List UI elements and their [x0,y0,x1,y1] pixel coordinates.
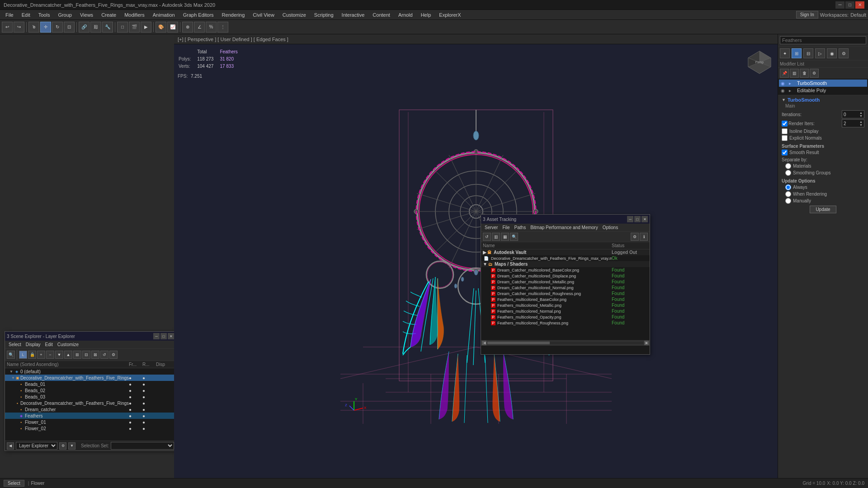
at-body[interactable]: ▶ 🏛 Autodesk Vault Logged Out 📄 Decorati… [481,249,650,340]
nav-cube[interactable]: Persp [746,49,773,76]
menu-content[interactable]: Content [369,11,394,19]
at-group-vault[interactable]: ▶ 🏛 Autodesk Vault Logged Out [481,249,650,255]
editable-poly-modifier[interactable]: ◉ ▸ Editable Poly [779,87,867,94]
show-all-button[interactable]: ▥ [790,69,799,78]
exp-highlight-sel[interactable]: ⊞ [73,351,81,359]
at-row-max-file[interactable]: 📄 Decorative_Dreamcatcher_with_Feathers_… [481,255,650,261]
materials-radio[interactable] [785,163,791,169]
exp-del-layer-button[interactable]: − [46,351,54,359]
manually-radio[interactable] [785,198,791,204]
explicit-normals-checkbox[interactable] [782,135,788,141]
delete-modifier-button[interactable]: 🗑 [800,69,809,78]
select-move-button[interactable]: ✛ [40,22,51,33]
render-button[interactable]: ▶ [141,22,151,33]
iterations-spinner[interactable]: ▲ ▼ [859,111,863,117]
at-collapse-button[interactable]: ▦ [501,233,509,241]
curve-editor-button[interactable]: 📈 [167,22,178,33]
utilities-panel-button[interactable]: ⚙ [839,48,849,58]
always-radio[interactable] [785,184,791,190]
at-row-feather-metallic[interactable]: P Feathers_multicolored_Metallic.png Fou… [481,302,650,308]
at-find-button[interactable]: 🔍 [510,233,518,241]
when-rendering-radio[interactable] [785,191,791,197]
menu-animation[interactable]: Animation [149,11,179,19]
exp-options-button[interactable]: ⚙ [109,351,118,359]
link-button[interactable]: 🔗 [79,22,90,33]
expand-icon[interactable]: ▼ [9,370,13,374]
tree-item-beads02[interactable]: ▪ Beads_02 ● ● [5,387,176,394]
at-search-input[interactable] [481,346,650,354]
isoline-display-checkbox[interactable] [782,128,788,134]
scroll-left-button[interactable]: ◀ [7,442,14,450]
scene-explorer-minimize[interactable]: ─ [153,333,160,339]
at-menu-paths[interactable]: Paths [513,225,528,230]
undo-button[interactable]: ↩ [2,22,13,33]
motion-panel-button[interactable]: ▷ [815,48,825,58]
asset-tracking-minimize[interactable]: ─ [627,216,633,222]
smooth-result-checkbox[interactable] [782,150,788,155]
percent-snap-button[interactable]: % [206,22,217,33]
layer-explorer-select[interactable]: Layer Explorer [16,442,57,450]
maximize-button[interactable]: □ [845,1,854,9]
exp-find-button[interactable]: ⊟ [82,351,90,359]
at-refresh-button[interactable]: ↺ [483,233,491,241]
at-scroll-right[interactable]: ▶ [644,341,649,345]
at-row-normal[interactable]: P Dream_Catcher_multicolored_Normal.png … [481,285,650,291]
exp-refresh-button[interactable]: ↺ [100,351,108,359]
box-mode-button[interactable]: □ [117,22,128,33]
explorer-menu-edit[interactable]: Edit [43,342,55,347]
menu-civil-view[interactable]: Civil View [249,11,278,19]
at-menu-file[interactable]: File [500,225,511,230]
render-setup-button[interactable]: 🎬 [129,22,140,33]
menu-customize[interactable]: Customize [279,11,310,19]
render-iters-checkbox[interactable] [782,121,788,127]
exp-collapse-all[interactable]: ▲ [64,351,72,359]
at-settings-button[interactable]: ⚙ [631,233,639,241]
sign-in-button[interactable]: Sign In [796,11,818,19]
smoothing-groups-radio[interactable] [785,170,791,176]
exp-search-button[interactable]: 🔍 [7,351,15,359]
explorer-menu-customize[interactable]: Customize [56,342,80,347]
object-search-input[interactable] [780,36,866,44]
scale-button[interactable]: ⊡ [64,22,75,33]
at-expand-button[interactable]: ▥ [492,233,500,241]
tree-item-deco-obj[interactable]: ▪ Decorative_Dreamcatcher_with_Feathers_… [5,400,176,406]
at-scrollbar-track[interactable] [487,342,643,344]
exp-layer-button[interactable]: L [19,351,27,359]
selection-set-select[interactable] [111,442,174,450]
scene-explorer-maximize[interactable]: □ [160,333,167,339]
menu-create[interactable]: Create [98,11,120,19]
menu-graph-editors[interactable]: Graph Editors [179,11,217,19]
pin-modifier-button[interactable]: 📌 [780,69,789,78]
configure-button[interactable]: ⚙ [810,69,819,78]
explorer-menu-display[interactable]: Display [24,342,42,347]
asset-tracking-maximize[interactable]: □ [634,216,641,222]
create-panel-button[interactable]: ✦ [780,48,790,58]
menu-file[interactable]: File [2,11,17,19]
tree-item-flower02[interactable]: ▪ Flower_02 ● ● [5,425,176,432]
at-group-maps[interactable]: ▼ 🗂 Maps / Shaders [481,261,650,267]
spinner-snap-button[interactable]: ⋮ [217,22,228,33]
menu-edit[interactable]: Edit [18,11,34,19]
tree-item-beads03[interactable]: ▪ Beads_03 ● ● [5,394,176,400]
menu-views[interactable]: Views [76,11,97,19]
exp-expand-all[interactable]: ▼ [55,351,63,359]
at-scroll-left[interactable]: ◀ [482,341,486,345]
explorer-menu-select[interactable]: Select [7,342,23,347]
at-row-feather-opacity[interactable]: P Feathers_multicolored_Opacity.png Foun… [481,314,650,320]
render-iters-value[interactable]: 2 ▲ ▼ [842,119,864,127]
tree-item-dreamcatcher-group[interactable]: ▼ ▣ Decorative_Dreamcatcher_with_Feather… [5,375,176,381]
material-editor-button[interactable]: 🎨 [156,22,166,33]
menu-arnold[interactable]: Arnold [395,11,416,19]
expand-icon-2[interactable]: ▼ [11,376,15,380]
exp-filter-button[interactable]: ⊠ [91,351,99,359]
redo-button[interactable]: ↪ [14,22,24,33]
at-row-feather-base[interactable]: P Feathers_multicolored_BaseColor.png Fo… [481,296,650,302]
at-menu-server[interactable]: Server [483,225,500,230]
menu-group[interactable]: Group [54,11,75,19]
exp-lock-button[interactable]: 🔒 [28,351,36,359]
unlink-button[interactable]: ⛓ [90,22,101,33]
minimize-button[interactable]: ─ [835,1,844,9]
menu-rendering[interactable]: Rendering [218,11,249,19]
menu-modifiers[interactable]: Modifiers [121,11,148,19]
update-button[interactable]: Update [810,206,836,213]
